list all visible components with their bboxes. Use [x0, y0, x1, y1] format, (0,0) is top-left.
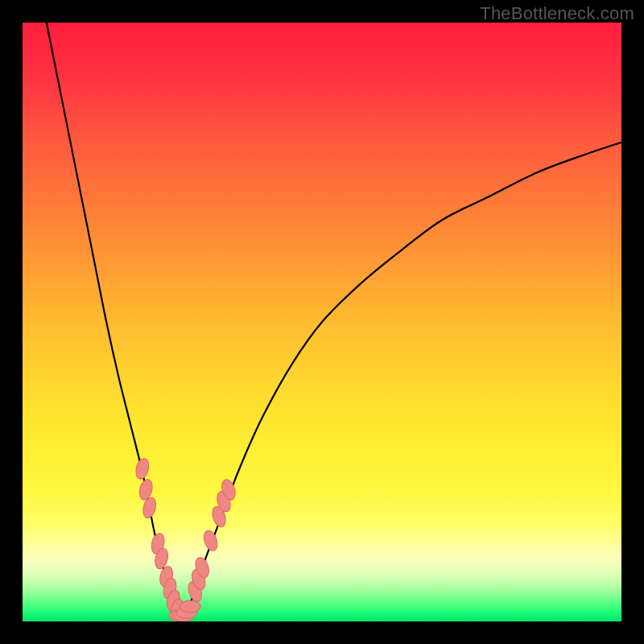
curve-layer [23, 23, 621, 621]
curve-left-branch [47, 23, 182, 618]
watermark-text: TheBottleneck.com [480, 3, 634, 24]
curve-marker [201, 529, 219, 552]
curve-markers [134, 457, 237, 621]
chart-frame: TheBottleneck.com [0, 0, 644, 644]
curve-right-branch [182, 142, 621, 618]
plot-area [23, 23, 621, 621]
curve-marker [134, 457, 151, 481]
curve-marker [180, 601, 200, 613]
